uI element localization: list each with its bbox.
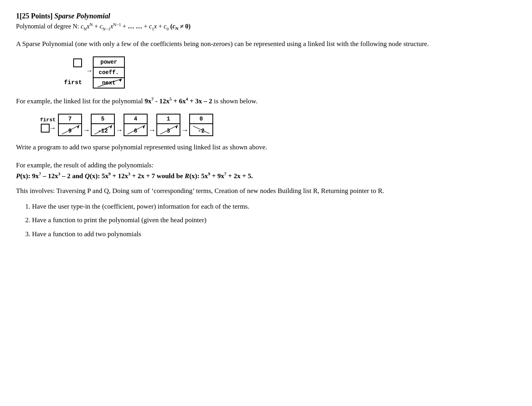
para1: A Sparse Polynomial (one with only a few… [16,38,516,49]
svg-marker-1 [119,79,122,82]
para2: For example, the linked list for the pol… [16,96,516,107]
node1-coeff: 9 [59,124,81,135]
list-node-4: 1 3 → [156,114,189,136]
para5: This involves: Traversing P and Q, Doing… [16,185,516,196]
node3-power: 4 [124,115,147,124]
node5-power: 0 [190,115,212,124]
subtitle-line: Polynomial of degree N: cNxN + cN−1xN−1 … [16,22,516,31]
list-node-2: 5 -12 → [91,114,124,136]
coeff-cell: coeff. [94,68,124,78]
title-line: 1[25 Points] Sparse Polynomial [16,12,516,20]
node3-coeff: 6 [124,124,147,135]
svg-marker-3 [77,125,80,129]
head-pointer-box [73,58,82,67]
para3: Write a program to add two sparse polyno… [16,142,516,153]
node-structure-diagram: first → power coeff. next [64,56,516,88]
first-label-text: first [64,79,82,86]
power-cell: power [94,57,124,68]
node2-power: 5 [92,115,114,124]
svg-marker-5 [110,125,112,129]
svg-line-6 [127,125,145,134]
svg-marker-7 [143,125,145,129]
linked-list-diagram: first → 7 9 → 5 -12 [40,114,516,136]
next-cell: next [94,78,124,88]
node2-coeff: -12 [92,124,114,135]
list-item-1: Have the user type-in the (coefficient, … [32,201,516,213]
list-node-5: 0 -2 [189,114,213,136]
svg-line-4 [94,125,112,134]
node4-coeff: 3 [157,124,180,135]
svg-marker-9 [176,125,178,129]
list-node-3: 4 6 → [124,114,156,136]
svg-line-10 [193,126,209,134]
node-structure-box: power coeff. next [93,56,125,88]
requirements-list: Have the user type-in the (coefficient, … [32,201,516,241]
list-item-3: Have a function to add two polynomials [32,228,516,241]
svg-line-8 [160,125,178,134]
list-first-label: first → [40,117,56,133]
node4-power: 1 [157,115,180,124]
svg-line-2 [62,125,79,134]
list-head-box [41,124,50,133]
list-item-2: Have a function to print the polynomial … [32,214,516,227]
node5-coeff: -2 [190,124,212,135]
para4: For example, the result of adding the po… [16,160,516,181]
node1-power: 7 [59,115,81,124]
list-node-1: 7 9 → [58,114,91,136]
